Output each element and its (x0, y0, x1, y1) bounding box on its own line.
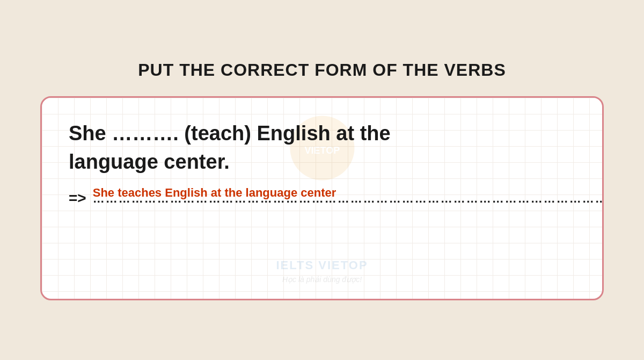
watermark-slogan: Học là phải dùng được! (276, 275, 368, 283)
arrow-symbol: => (69, 187, 86, 210)
answer-line: => She teaches English at the language c… (69, 187, 575, 211)
page-title: PUT THE CORRECT FORM OF THE VERBS (138, 60, 506, 80)
question-line-1: She ………. (teach) English at the (69, 119, 575, 148)
watermark-brand: IELTS VIETOP (276, 258, 368, 272)
exercise-box: VIETOP IELTS VIETOP Học là phải dùng đượ… (40, 96, 604, 300)
answer-content: She teaches English at the language cent… (93, 187, 604, 211)
answer-revealed: She teaches English at the language cent… (93, 186, 336, 200)
question-line-2: language center. (69, 148, 575, 176)
question-text: She ………. (teach) English at the language… (69, 119, 575, 176)
